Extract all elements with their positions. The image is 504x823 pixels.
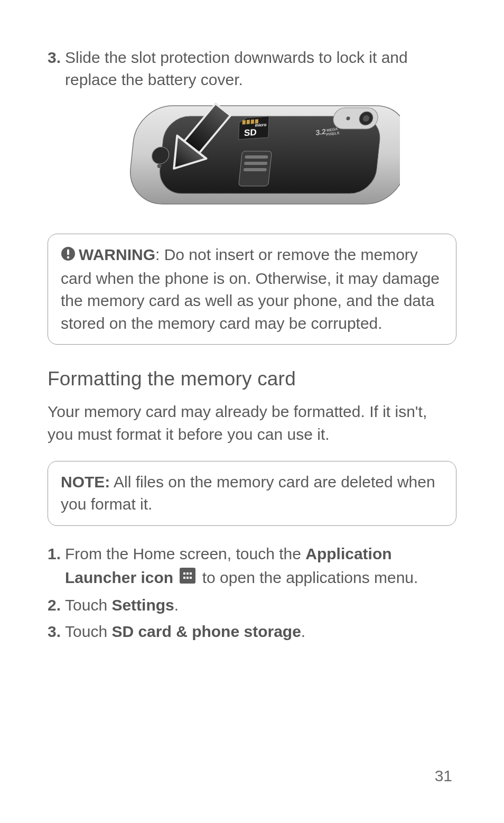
svg-rect-8 xyxy=(242,120,246,124)
step-number: 1. xyxy=(48,542,61,566)
step-number: 3. xyxy=(48,619,61,644)
step-2: 2. Touch Settings. xyxy=(48,593,456,617)
sd-label: SD xyxy=(244,127,257,138)
svg-rect-22 xyxy=(186,572,189,575)
manual-page: 3. Slide the slot protection downwards t… xyxy=(0,0,504,823)
step-body: From the Home screen, touch the Applicat… xyxy=(65,542,456,591)
step-number: 3. xyxy=(48,47,61,69)
section-heading: Formatting the memory card xyxy=(48,368,456,390)
micro-label: micro xyxy=(255,122,266,127)
page-number: 31 xyxy=(435,767,452,785)
svg-rect-23 xyxy=(190,572,192,575)
exclamation-circle-icon xyxy=(61,245,76,267)
note-callout: NOTE: All files on the memory card are d… xyxy=(48,461,456,526)
step-body: Touch SD card & phone storage. xyxy=(65,619,456,644)
note-label: NOTE: xyxy=(61,473,110,491)
step-pre: From the Home screen, touch the xyxy=(65,545,305,562)
svg-point-19 xyxy=(67,256,70,259)
step-body: Touch Settings. xyxy=(65,593,456,617)
step-post: . xyxy=(174,596,179,614)
step-post: . xyxy=(301,623,305,640)
svg-rect-26 xyxy=(190,577,192,579)
svg-rect-18 xyxy=(67,249,69,255)
step-pre: Touch xyxy=(65,596,111,614)
pre-section-steps: 3. Slide the slot protection downwards t… xyxy=(48,47,456,91)
step-bold: Settings xyxy=(111,596,174,614)
svg-rect-20 xyxy=(180,568,195,584)
warning-label: WARNING xyxy=(79,246,155,263)
svg-rect-24 xyxy=(183,577,185,579)
note-text: All files on the memory card are deleted… xyxy=(61,473,435,513)
step-number: 2. xyxy=(48,593,61,617)
app-launcher-icon xyxy=(180,566,195,590)
svg-rect-15 xyxy=(243,168,267,171)
step-1: 1. From the Home screen, touch the Appli… xyxy=(48,542,456,591)
svg-rect-9 xyxy=(247,120,250,124)
svg-rect-14 xyxy=(244,162,268,165)
svg-rect-13 xyxy=(245,155,268,159)
warning-callout: WARNING: Do not insert or remove the mem… xyxy=(48,234,456,345)
section-body: Your memory card may already be formatte… xyxy=(48,401,456,446)
step-3-slide-protection: 3. Slide the slot protection downwards t… xyxy=(48,47,456,91)
mp-label: 3.2 xyxy=(315,127,326,137)
step-pre: Touch xyxy=(65,623,111,640)
svg-rect-21 xyxy=(183,572,185,575)
step-bold: SD card & phone storage xyxy=(111,623,301,640)
format-steps: 1. From the Home screen, touch the Appli… xyxy=(48,542,456,644)
step-text: Slide the slot protection downwards to l… xyxy=(65,47,456,91)
phone-illustration: 3.2 MEGA PIXELS SD micro xyxy=(104,98,400,220)
step-3: 3. Touch SD card & phone storage. xyxy=(48,619,456,644)
svg-rect-10 xyxy=(251,119,254,124)
phone-back-figure: 3.2 MEGA PIXELS SD micro xyxy=(48,98,456,222)
svg-rect-25 xyxy=(186,577,189,579)
step-post: to open the applications menu. xyxy=(198,569,418,586)
